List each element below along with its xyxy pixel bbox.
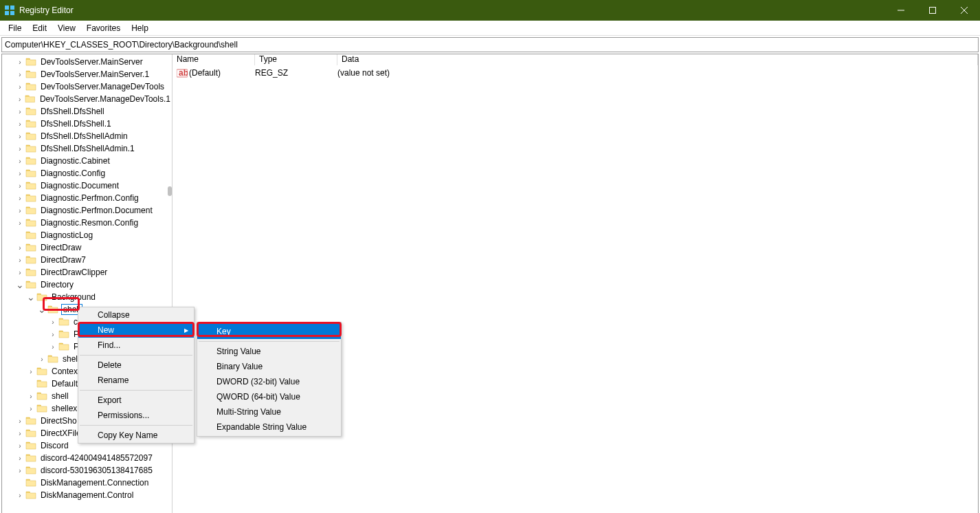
app-icon — [4, 5, 15, 16]
tree-item[interactable]: ›DiskManagement.Control — [2, 489, 172, 501]
tree-item-label: Diagnostic.Config — [39, 168, 107, 178]
tree-item[interactable]: ›DfsShell.DfsShellAdmin — [2, 130, 172, 142]
chevron-right-icon[interactable]: › — [14, 120, 25, 128]
ctx-permissions[interactable]: Permissions... — [78, 408, 194, 423]
tree-item-label: Contex — [50, 367, 79, 376]
chevron-right-icon[interactable]: › — [14, 195, 25, 202]
chevron-right-icon[interactable]: › — [25, 405, 36, 413]
minimize-button[interactable] — [885, 0, 917, 21]
tree-item[interactable]: ›discord-530196305138417685 — [2, 464, 172, 477]
chevron-right-icon[interactable]: › — [14, 430, 25, 437]
string-value-icon: ab — [175, 67, 189, 78]
ctx-new-expandable[interactable]: Expandable String Value — [197, 419, 341, 435]
tree-item-label: DirectDraw7 — [39, 255, 87, 265]
tree-item[interactable]: ›discord-424004941485572097 — [2, 452, 172, 464]
tree-item[interactable]: ⌄Directory — [2, 279, 172, 291]
value-row[interactable]: ab (Default) REG_SZ (value not set) — [172, 65, 978, 79]
context-separator — [80, 425, 192, 426]
tree-item[interactable]: ›DevToolsServer.MainServer.1 — [2, 68, 172, 80]
chevron-down-icon[interactable]: ⌄ — [14, 279, 25, 290]
ctx-new-binary[interactable]: Binary Value — [197, 359, 341, 374]
menu-help[interactable]: Help — [126, 22, 154, 34]
chevron-right-icon[interactable]: › — [14, 207, 25, 215]
tree-item[interactable]: DiagnosticLog — [2, 229, 172, 241]
ctx-new[interactable]: New ▶ — [78, 323, 194, 338]
maximize-button[interactable] — [917, 0, 948, 21]
chevron-right-icon[interactable]: › — [25, 393, 36, 400]
chevron-right-icon[interactable]: › — [47, 331, 58, 338]
ctx-export[interactable]: Export — [78, 393, 194, 408]
tree-item[interactable]: ›DirectDraw — [2, 241, 172, 254]
chevron-right-icon[interactable]: › — [14, 71, 25, 78]
ctx-new-dword[interactable]: DWORD (32-bit) Value — [197, 374, 341, 389]
chevron-down-icon[interactable]: ⌄ — [25, 292, 36, 303]
address-bar[interactable]: Computer\HKEY_CLASSES_ROOT\Directory\Bac… — [1, 37, 979, 52]
tree-item[interactable]: ›DirectDrawClipper — [2, 266, 172, 279]
ctx-new-multistring[interactable]: Multi-String Value — [197, 404, 341, 419]
chevron-right-icon[interactable]: › — [14, 219, 25, 227]
tree-item[interactable]: ›Diagnostic.Cabinet — [2, 155, 172, 167]
tree-item-label: DfsShell.DfsShell — [39, 107, 106, 116]
chevron-right-icon[interactable]: › — [14, 256, 25, 264]
folder-icon — [25, 107, 36, 116]
menu-view[interactable]: View — [52, 22, 81, 34]
chevron-right-icon[interactable]: › — [14, 269, 25, 276]
tree-item[interactable]: ›Diagnostic.Perfmon.Config — [2, 192, 172, 204]
menu-file[interactable]: File — [3, 22, 27, 34]
ctx-collapse[interactable]: Collapse — [78, 307, 194, 323]
ctx-find[interactable]: Find... — [78, 338, 194, 353]
ctx-new-string[interactable]: String Value — [197, 344, 341, 359]
menu-favorites[interactable]: Favorites — [81, 22, 126, 34]
ctx-copy-key-name[interactable]: Copy Key Name — [78, 428, 194, 443]
value-data: (value not set) — [337, 68, 390, 78]
tree-item[interactable]: ›DevToolsServer.MainServer — [2, 56, 172, 68]
tree-item[interactable]: ›Diagnostic.Document — [2, 179, 172, 192]
chevron-right-icon[interactable]: › — [14, 455, 25, 462]
tree-item[interactable]: ›DfsShell.DfsShell — [2, 105, 172, 118]
close-button[interactable] — [948, 0, 980, 21]
tree-item[interactable]: ›Diagnostic.Config — [2, 167, 172, 179]
menu-edit[interactable]: Edit — [27, 22, 52, 34]
tree-item[interactable]: ›DevToolsServer.ManageDevTools — [2, 80, 172, 93]
ctx-new-key[interactable]: Key — [197, 324, 341, 339]
chevron-right-icon[interactable]: › — [14, 83, 25, 91]
chevron-right-icon[interactable]: › — [14, 96, 25, 103]
chevron-right-icon[interactable]: › — [14, 170, 25, 177]
tree-item-label: Diagnostic.Perfmon.Document — [39, 206, 154, 215]
col-header-data[interactable]: Data — [337, 54, 978, 65]
chevron-right-icon[interactable]: › — [14, 108, 25, 116]
tree-panel[interactable]: ›DevToolsServer.MainServer›DevToolsServe… — [2, 54, 172, 513]
chevron-right-icon[interactable]: › — [36, 356, 47, 363]
tree-item-label: DevToolsServer.ManageDevTools — [39, 82, 166, 91]
chevron-right-icon[interactable]: › — [14, 244, 25, 252]
tree-item[interactable]: DiskManagement.Connection — [2, 477, 172, 489]
tree-item[interactable]: ›DfsShell.DfsShell.1 — [2, 118, 172, 130]
tree-item[interactable]: ›Diagnostic.Perfmon.Document — [2, 204, 172, 217]
chevron-right-icon[interactable]: › — [14, 58, 25, 66]
tree-item[interactable]: ›Diagnostic.Resmon.Config — [2, 217, 172, 229]
ctx-rename[interactable]: Rename — [78, 373, 194, 388]
chevron-right-icon[interactable]: › — [47, 343, 58, 351]
tree-item[interactable]: ›DirectDraw7 — [2, 254, 172, 266]
col-header-type[interactable]: Type — [255, 54, 337, 65]
chevron-right-icon[interactable]: › — [14, 442, 25, 450]
chevron-right-icon[interactable]: › — [14, 133, 25, 140]
scrollbar-thumb[interactable] — [168, 186, 172, 196]
ctx-delete[interactable]: Delete — [78, 358, 194, 373]
chevron-right-icon[interactable]: › — [14, 145, 25, 153]
chevron-right-icon[interactable]: › — [14, 157, 25, 165]
col-header-name[interactable]: Name — [172, 54, 255, 65]
folder-icon — [36, 367, 47, 376]
chevron-right-icon[interactable]: › — [47, 318, 58, 326]
chevron-right-icon[interactable]: › — [25, 368, 36, 375]
chevron-right-icon[interactable]: › — [14, 417, 25, 425]
chevron-right-icon[interactable]: › — [14, 182, 25, 190]
chevron-right-icon[interactable]: › — [14, 467, 25, 474]
tree-item[interactable]: ›DfsShell.DfsShellAdmin.1 — [2, 142, 172, 155]
chevron-right-icon[interactable]: › — [14, 492, 25, 499]
tree-item[interactable]: ⌄Background — [2, 291, 172, 303]
values-panel: Name Type Data ab (Default) REG_SZ (valu… — [172, 54, 978, 513]
ctx-new-qword[interactable]: QWORD (64-bit) Value — [197, 389, 341, 404]
chevron-down-icon[interactable]: ⌄ — [36, 304, 47, 315]
tree-item[interactable]: ›DevToolsServer.ManageDevTools.1 — [2, 93, 172, 105]
